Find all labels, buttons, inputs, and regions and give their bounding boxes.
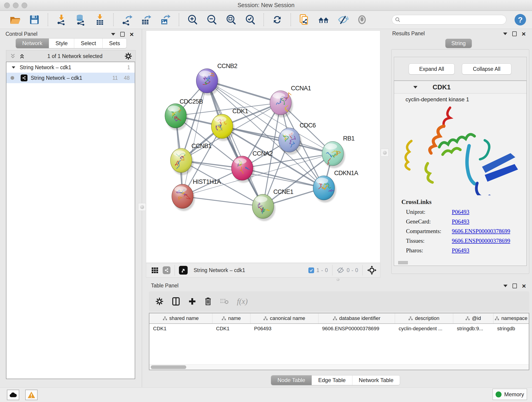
crosslink-link[interactable]: P06493 — [452, 247, 469, 254]
refresh-icon[interactable] — [271, 14, 283, 26]
table-horizontal-scrollbar[interactable] — [149, 364, 529, 370]
gene-section-header[interactable]: CDK1 — [394, 81, 526, 94]
zoom-selected-icon[interactable] — [244, 14, 256, 26]
separator — [175, 265, 175, 275]
delete-table-icon — [220, 298, 229, 305]
crosslink-label: GeneCard: — [406, 218, 452, 225]
tab-edge-table[interactable]: Edge Table — [312, 375, 352, 385]
section-scrollbar[interactable] — [398, 261, 408, 264]
memory-button[interactable]: Memory — [493, 389, 527, 400]
import-network-from-database-icon[interactable] — [75, 14, 87, 26]
tab-select[interactable]: Select — [74, 38, 103, 48]
scrollbar-thumb[interactable] — [151, 365, 186, 369]
network-selected-status: 1 of 1 Network selected — [25, 53, 124, 59]
column-label: name — [228, 315, 241, 321]
export-table-icon[interactable] — [140, 14, 152, 26]
column-header[interactable]: @id — [453, 313, 494, 323]
cell-database-identifier[interactable]: 9606.ENSP00000378699 — [318, 324, 395, 333]
tab-style[interactable]: Style — [49, 38, 74, 48]
collapse-panel-icon[interactable] — [503, 285, 507, 287]
collapse-panel-icon[interactable] — [503, 32, 507, 35]
network-from-selection-icon[interactable] — [298, 14, 310, 26]
cell-namespace[interactable]: stringdb — [494, 324, 529, 333]
float-panel-icon[interactable] — [512, 32, 517, 36]
center-view-icon[interactable] — [367, 265, 377, 275]
show-columns-icon[interactable] — [172, 297, 180, 306]
expand-all-button[interactable]: Expand All — [409, 64, 455, 75]
import-network-icon[interactable] — [56, 14, 67, 26]
float-panel-icon[interactable] — [513, 283, 517, 288]
collapse-all-button[interactable]: Collapse All — [462, 64, 511, 75]
help-button[interactable]: ? — [515, 14, 526, 26]
column-label: description — [415, 315, 439, 321]
float-panel-icon[interactable] — [120, 32, 125, 37]
column-label: @id — [472, 315, 481, 321]
show-glyphs-icon[interactable] — [356, 14, 368, 26]
crosslink-link[interactable]: P06493 — [452, 209, 469, 215]
close-panel-icon[interactable]: × — [522, 32, 526, 36]
tab-string[interactable]: String — [445, 39, 472, 48]
tab-node-table[interactable]: Node Table — [271, 375, 312, 385]
tree-expand-icon[interactable] — [12, 66, 15, 68]
save-session-icon[interactable] — [28, 14, 40, 26]
column-header[interactable]: database identifier — [318, 313, 395, 323]
detach-view-icon[interactable] — [179, 266, 188, 274]
gene-description: cyclin-dependent kinase 1 — [405, 96, 526, 103]
cell-canonical-name[interactable]: P06493 — [250, 324, 318, 333]
tab-sets[interactable]: Sets — [103, 38, 127, 48]
hide-glyphs-icon[interactable] — [337, 14, 349, 26]
hierarchy-icon — [466, 317, 470, 320]
search-input[interactable] — [392, 15, 506, 25]
zoom-out-icon[interactable] — [206, 14, 218, 26]
zoom-in-icon[interactable] — [186, 14, 198, 26]
network-collection-row[interactable]: String Network – cdk1 1 — [6, 62, 135, 73]
right-splitter-handle[interactable] — [381, 149, 389, 157]
export-network-icon[interactable] — [121, 14, 133, 26]
open-session-icon[interactable] — [9, 14, 21, 26]
zoom-fit-icon[interactable] — [225, 14, 237, 26]
cell-shared-name[interactable]: CDK1 — [149, 324, 212, 333]
table-toolbar: f(x) — [149, 291, 529, 312]
grid-view-icon[interactable] — [151, 266, 159, 274]
selected-count: 1 - 0 — [317, 267, 328, 274]
network-overview-icon[interactable] — [163, 266, 171, 274]
import-table-icon[interactable] — [94, 14, 106, 26]
results-panel-title: Results Panel — [392, 31, 425, 37]
network-canvas[interactable]: CCNB2CCNA1CDC25BCDK1CDC6RB1CCNB1CCNA2CDK… — [146, 31, 380, 263]
expand-all-icon[interactable] — [19, 53, 25, 60]
tab-network[interactable]: Network — [16, 38, 49, 48]
string-network-graph[interactable]: CCNB2CCNA1CDC25BCDK1CDC6RB1CCNB1CCNA2CDK… — [146, 31, 380, 263]
crosslink-link[interactable]: P06493 — [452, 218, 469, 225]
tab-network-table[interactable]: Network Table — [352, 375, 400, 385]
node-count: 11 — [113, 75, 118, 81]
gear-icon[interactable] — [124, 52, 132, 60]
collapse-panel-icon[interactable] — [111, 33, 115, 36]
column-header[interactable]: description — [395, 313, 453, 323]
column-header[interactable]: namespace — [494, 313, 529, 323]
column-header[interactable]: shared name — [149, 313, 212, 323]
left-splitter-handle[interactable] — [138, 203, 146, 211]
network-selection-bar: 1 of 1 Network selected — [6, 50, 136, 62]
column-header[interactable]: canonical name — [250, 313, 318, 323]
cell-name[interactable]: CDK1 — [212, 324, 250, 333]
houses-icon[interactable] — [317, 14, 329, 26]
crosslink-link[interactable]: 9606.ENSP00000378699 — [452, 238, 510, 244]
section-expand-icon[interactable] — [413, 86, 418, 89]
cell-id[interactable]: stringdb:9... — [453, 324, 494, 333]
table-row[interactable]: CDK1 CDK1 P06493 9606.ENSP00000378699 cy… — [149, 324, 529, 333]
export-image-icon[interactable] — [159, 14, 171, 26]
close-panel-icon[interactable]: × — [130, 32, 134, 37]
warning-button[interactable] — [25, 390, 38, 400]
column-header[interactable]: name — [212, 313, 250, 323]
close-panel-icon[interactable]: × — [522, 284, 526, 288]
network-row-selected[interactable]: String Network – cdk1 11 48 — [6, 73, 135, 83]
delete-column-icon[interactable] — [204, 297, 212, 306]
table-panel: Table Panel × — [146, 281, 532, 387]
gear-icon[interactable] — [155, 297, 164, 306]
add-column-icon[interactable] — [188, 298, 196, 305]
cloud-button[interactable] — [7, 390, 19, 400]
crosslink-link[interactable]: 9606.ENSP00000378699 — [452, 228, 510, 235]
selected-checkbox-icon[interactable] — [308, 268, 314, 273]
collapse-all-icon[interactable] — [9, 53, 16, 60]
cell-description[interactable]: cyclin-dependent ... — [395, 324, 453, 333]
